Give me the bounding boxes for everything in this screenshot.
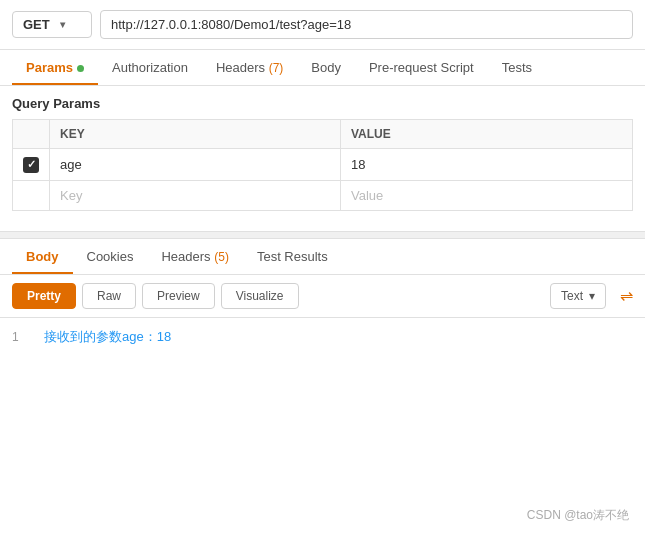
tab-tests[interactable]: Tests <box>488 50 546 85</box>
method-label: GET <box>23 17 50 32</box>
section-divider <box>0 231 645 239</box>
line-number: 1 <box>12 330 28 344</box>
request-tab-bar: Params Authorization Headers (7) Body Pr… <box>0 50 645 86</box>
key-col-header: KEY <box>50 120 341 149</box>
text-chevron-icon: ▾ <box>589 289 595 303</box>
tab-headers[interactable]: Headers (7) <box>202 50 297 85</box>
empty-key-cell[interactable]: Key <box>50 180 341 210</box>
tab-body[interactable]: Body <box>297 50 355 85</box>
query-params-section: Query Params KEY VALUE age 18 Key <box>0 86 645 211</box>
empty-value-cell[interactable]: Value <box>340 180 632 210</box>
url-input[interactable] <box>100 10 633 39</box>
url-bar: GET ▾ <box>0 0 645 50</box>
empty-checkbox-cell <box>13 180 50 210</box>
table-row: age 18 <box>13 149 633 181</box>
row-value-cell[interactable]: 18 <box>340 149 632 181</box>
tab-params[interactable]: Params <box>12 50 98 85</box>
format-bar: Pretty Raw Preview Visualize Text ▾ ⇌ <box>0 275 645 318</box>
format-preview-button[interactable]: Preview <box>142 283 215 309</box>
format-raw-button[interactable]: Raw <box>82 283 136 309</box>
value-placeholder: Value <box>351 188 383 203</box>
text-type-label: Text <box>561 289 583 303</box>
row-key-cell[interactable]: age <box>50 149 341 181</box>
tab-response-headers[interactable]: Headers (5) <box>147 239 242 274</box>
params-table: KEY VALUE age 18 Key Value <box>12 119 633 211</box>
tab-pre-request[interactable]: Pre-request Script <box>355 50 488 85</box>
watermark: CSDN @tao涛不绝 <box>527 507 629 524</box>
tab-test-results[interactable]: Test Results <box>243 239 342 274</box>
tab-cookies[interactable]: Cookies <box>73 239 148 274</box>
row-checkbox-cell[interactable] <box>13 149 50 181</box>
text-type-selector[interactable]: Text ▾ <box>550 283 606 309</box>
wrap-icon[interactable]: ⇌ <box>620 286 633 305</box>
params-dot <box>77 65 84 72</box>
table-row-empty: Key Value <box>13 180 633 210</box>
response-tab-bar: Body Cookies Headers (5) Test Results <box>0 239 645 275</box>
method-selector[interactable]: GET ▾ <box>12 11 92 38</box>
response-body: 1 接收到的参数age：18 <box>0 318 645 356</box>
tab-authorization[interactable]: Authorization <box>98 50 202 85</box>
section-title: Query Params <box>12 96 633 111</box>
format-visualize-button[interactable]: Visualize <box>221 283 299 309</box>
method-chevron-icon: ▾ <box>60 19 65 30</box>
tab-response-body[interactable]: Body <box>12 239 73 274</box>
value-col-header: VALUE <box>340 120 632 149</box>
checkbox-col-header <box>13 120 50 149</box>
format-pretty-button[interactable]: Pretty <box>12 283 76 309</box>
response-text: 接收到的参数age：18 <box>44 328 171 346</box>
key-placeholder: Key <box>60 188 82 203</box>
row-checkbox[interactable] <box>23 157 39 173</box>
response-line: 1 接收到的参数age：18 <box>12 328 633 346</box>
